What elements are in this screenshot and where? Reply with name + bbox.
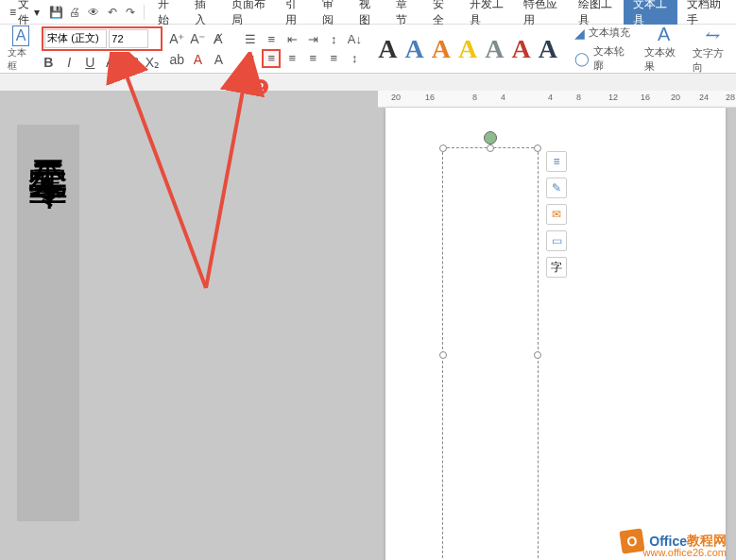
floating-toolbar: ≡ ✎ ✉ ▭ 字 [546,151,569,278]
wordart-style-3[interactable]: A [432,34,451,64]
callout-2: 2 [253,79,268,94]
highlight-button[interactable]: ab [167,50,186,69]
line-spacing2-button[interactable]: ↕ [345,49,364,68]
effects-icon: A [658,24,670,45]
ribbon: A 文本框 B I U A̶ X² X₂ A⁺ A⁻ A̸ ab A A [0,25,736,74]
float-char-button[interactable]: 字 [546,257,567,278]
fill-icon: ◢ [574,25,585,41]
align-right-button[interactable]: ≡ [282,49,301,68]
preview-icon[interactable]: 👁 [86,3,101,22]
bold-button[interactable]: B [39,53,58,72]
undo-icon[interactable]: ↶ [105,3,120,22]
menu-icon: ≡ [9,6,16,19]
wordart-style-2[interactable]: A [405,34,424,64]
wordart-style-6[interactable]: A [511,34,530,64]
callout-1: 1 [111,64,127,79]
align-left-button[interactable]: ≡ [241,49,260,68]
horizontal-ruler[interactable]: 20 16 8 4 4 8 12 16 20 24 28 [378,91,736,108]
font-size-input[interactable] [109,29,148,48]
font-color-button[interactable]: A [188,50,207,69]
italic-button[interactable]: I [60,53,78,72]
char-shading-button[interactable]: A [209,50,228,69]
text-fill-outline-group: ◢文本填充 ◯文本轮廓 [571,24,635,75]
sort-button[interactable]: A↓ [345,30,364,49]
subscript-button[interactable]: X₂ [143,53,162,72]
font-selector-highlight [42,26,163,51]
justify-button[interactable]: ≡ [303,49,322,68]
text-fill-button[interactable]: ◢文本填充 [571,24,635,42]
text-direction-button[interactable]: ⥊ 文字方向 [693,24,732,75]
wordart-style-7[interactable]: A [539,34,557,64]
vertical-text: 公元二零二零年三 [27,128,69,144]
document-canvas: 20 16 8 4 4 8 12 16 20 24 28 公元二零二零年三 ≡ … [0,91,736,560]
watermark-icon: O [620,528,645,553]
font-name-input[interactable] [44,29,107,48]
selected-textbox[interactable] [442,147,539,560]
float-edit-button[interactable]: ✎ [546,178,567,198]
redo-icon[interactable]: ↷ [124,3,139,22]
save-icon[interactable]: 💾 [49,3,64,22]
distribute-button[interactable]: ≡ [324,49,343,68]
line-spacing-button[interactable]: ↕ [324,30,343,49]
resize-handle-e[interactable] [534,351,541,359]
chevron-down-icon: ▾ [34,6,40,19]
direction-icon: ⥊ [705,24,721,46]
wordart-style-4[interactable]: A [458,34,477,64]
watermark-url: www.office26.com [643,547,727,558]
resize-handle-ne[interactable] [534,144,541,152]
float-mail-button[interactable]: ✉ [546,204,567,225]
shrink-font-button[interactable]: A⁻ [188,29,207,48]
textbox-label: 文本框 [8,46,34,73]
clear-format-button[interactable]: A̸ [209,29,228,48]
float-box-button[interactable]: ▭ [546,230,567,251]
grow-font-button[interactable]: A⁺ [167,29,186,48]
align-center-button[interactable]: ≡ [262,49,281,68]
textbox-group[interactable]: A 文本框 [4,25,38,73]
wordart-styles: A A A A A A A [378,34,557,64]
text-outline-button[interactable]: ◯文本轮廓 [571,42,635,75]
indent-inc-button[interactable]: ⇥ [303,30,322,49]
underline-button[interactable]: U [80,53,99,72]
menu-bar: ≡ 文件 ▾ 💾 🖨 👁 ↶ ↷ 开始 插入 页面布局 引用 审阅 视图 章节 … [0,0,736,25]
textbox-content-area[interactable]: 公元二零二零年三 [17,125,79,521]
text-effects-button[interactable]: A 文本效果 [644,24,684,74]
paragraph-group: ☰ ≡ ⇤ ⇥ ↕ A↓ ≡ ≡ ≡ ≡ ≡ ↕ [240,30,365,68]
float-layout-button[interactable]: ≡ [546,151,567,172]
separator [144,5,145,20]
indent-dec-button[interactable]: ⇤ [282,30,301,49]
outline-icon: ◯ [574,51,590,66]
textbox-icon: A [12,25,30,46]
resize-handle-nw[interactable] [439,144,447,152]
bullets-button[interactable]: ☰ [241,30,260,49]
print-icon[interactable]: 🖨 [67,3,82,22]
numbering-button[interactable]: ≡ [262,30,281,49]
resize-handle-w[interactable] [439,351,447,359]
wordart-style-5[interactable]: A [485,34,504,64]
rotate-handle[interactable] [484,131,497,144]
wordart-style-1[interactable]: A [378,34,397,64]
resize-handle-n[interactable] [487,144,494,152]
